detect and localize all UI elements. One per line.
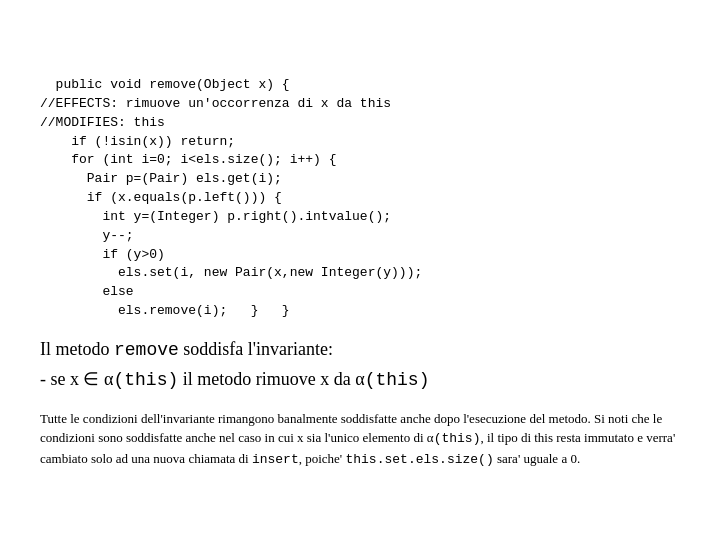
desc-mono-fragment: this.set.els.size() bbox=[345, 452, 493, 467]
page-title bbox=[40, 20, 680, 64]
invariant-line1: Il metodo remove soddisfa l'invariante: bbox=[40, 335, 680, 365]
inv-line2-end-mono: (this) bbox=[365, 370, 430, 390]
inv-line2-prefix: - se x ∈ α bbox=[40, 369, 113, 389]
inv-line1-suffix: soddisfa l'invariante: bbox=[179, 339, 333, 359]
description-block: Tutte le condizioni dell'invariante rima… bbox=[40, 409, 680, 470]
code-block: public void remove(Object x) { //EFFECTS… bbox=[40, 76, 680, 321]
inv-line2-middle: il metodo rimuove x da α bbox=[178, 369, 364, 389]
inv-line1-mono: remove bbox=[114, 340, 179, 360]
desc-mono-fragment: (this) bbox=[434, 431, 481, 446]
main-page: public void remove(Object x) { //EFFECTS… bbox=[0, 0, 720, 540]
inv-line2-mono-paren: (this) bbox=[113, 370, 178, 390]
invariant-line2: - se x ∈ α(this) il metodo rimuove x da … bbox=[40, 365, 680, 395]
desc-mono-fragment: insert bbox=[252, 452, 299, 467]
invariant-section: Il metodo remove soddisfa l'invariante: … bbox=[40, 335, 680, 395]
inv-line1-prefix: Il metodo bbox=[40, 339, 114, 359]
